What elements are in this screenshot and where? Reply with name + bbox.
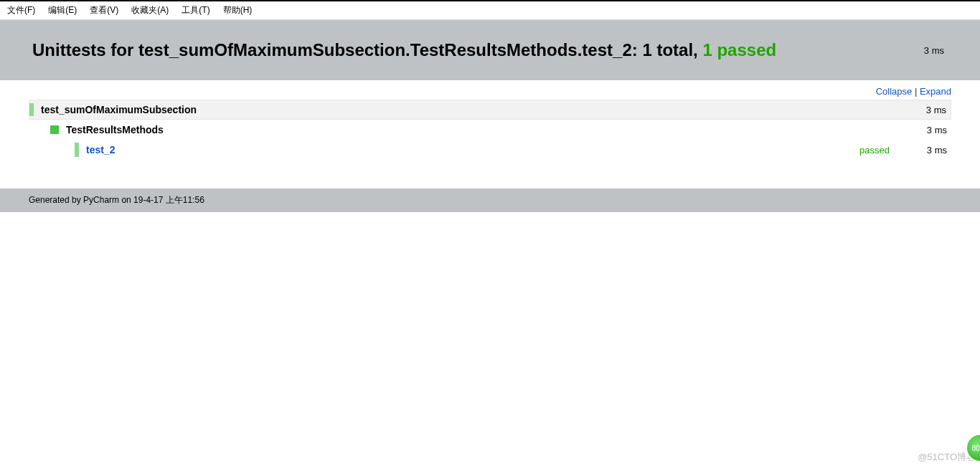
- test-status: passed: [859, 145, 904, 156]
- tree-row-module[interactable]: test_sumOfMaximumSubsection 3 ms: [29, 100, 951, 120]
- menu-favorites[interactable]: 收藏夹(A): [131, 4, 169, 16]
- class-duration: 3 ms: [904, 125, 947, 135]
- menubar: 文件(F) 编辑(E) 查看(V) 收藏夹(A) 工具(T) 帮助(H): [0, 1, 980, 20]
- collapse-link[interactable]: Collapse: [876, 86, 913, 97]
- status-square-icon: [50, 125, 59, 134]
- status-bar-icon: [75, 143, 79, 157]
- controls-separator: |: [912, 86, 920, 97]
- report-title-prefix: Unittests for test_sumOfMaximumSubsectio…: [32, 40, 642, 59]
- menu-view[interactable]: 查看(V): [90, 4, 118, 16]
- report-title: Unittests for test_sumOfMaximumSubsectio…: [32, 40, 776, 60]
- menu-edit[interactable]: 编辑(E): [48, 4, 77, 16]
- module-name: test_sumOfMaximumSubsection: [41, 104, 903, 115]
- report-duration: 3 ms: [924, 45, 951, 56]
- status-bar-icon: [29, 103, 34, 116]
- footer-text: Generated by PyCharm on 19-4-17 上午11:56: [29, 195, 204, 205]
- report-passed: 1 passed: [702, 40, 776, 59]
- menu-help[interactable]: 帮助(H): [223, 4, 253, 16]
- report-footer: Generated by PyCharm on 19-4-17 上午11:56: [0, 188, 980, 212]
- report-total: 1 total,: [642, 40, 697, 59]
- expand-link[interactable]: Expand: [920, 86, 951, 97]
- menu-file[interactable]: 文件(F): [7, 4, 35, 16]
- test-tree: test_sumOfMaximumSubsection 3 ms TestRes…: [0, 100, 980, 160]
- test-duration: 3 ms: [904, 145, 947, 156]
- tree-row-test[interactable]: test_2 passed 3 ms: [29, 140, 951, 160]
- menu-tools[interactable]: 工具(T): [182, 4, 209, 16]
- class-name: TestResultsMethods: [66, 124, 904, 135]
- tree-controls: Collapse | Expand: [0, 80, 980, 100]
- tree-row-class[interactable]: TestResultsMethods 3 ms: [29, 120, 951, 140]
- module-duration: 3 ms: [903, 105, 946, 115]
- test-name-link[interactable]: test_2: [86, 144, 859, 156]
- report-header: Unittests for test_sumOfMaximumSubsectio…: [0, 20, 980, 80]
